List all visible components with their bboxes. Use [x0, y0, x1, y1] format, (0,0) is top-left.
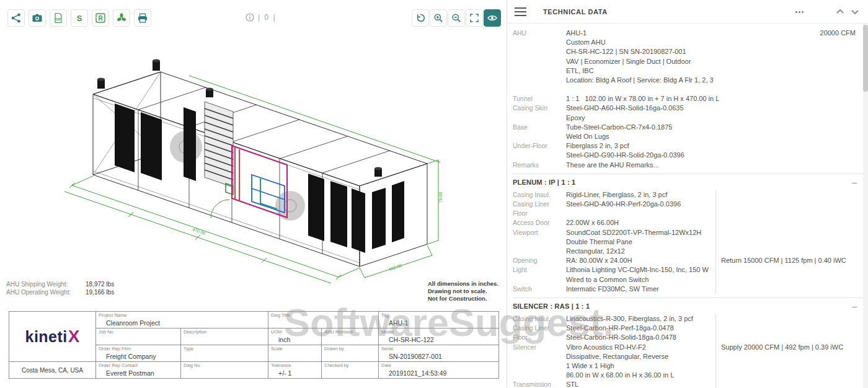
- row-values: Steel-Carbon-HR-Perf-18ga-0.0478: [566, 324, 715, 333]
- value-line: Steel-GHD-A90-HR-Perf-20ga-0.0396: [566, 200, 715, 209]
- data-row: SilencerVibro Acoustics RD-HV-F2Dissipat…: [513, 343, 863, 381]
- print-icon: [137, 12, 148, 24]
- cell-value: Everett Postman: [99, 369, 178, 377]
- value-line: AHU-1: [566, 29, 820, 38]
- row-label: Casing Insul.: [513, 190, 566, 200]
- company-address: Costa Mesa, CA, USA: [9, 362, 96, 379]
- row-values: 1 : 1 102.00 in W x 78.00 in + 7 in H x …: [566, 94, 863, 104]
- titleblock-cell: UOMinch: [268, 328, 322, 345]
- cell-value: AHU-1: [381, 319, 496, 327]
- shipping-weight-label: AHU Shipping Weight:: [6, 280, 86, 288]
- data-row: Under-FloorFiberglass 2 in, 3 pcfSteel-G…: [513, 141, 863, 160]
- technical-data-header: TECHNICAL DATA: [507, 0, 868, 24]
- titleblock-grid: kinetiXCosta Mesa, CA, USAProject NameCl…: [9, 311, 499, 379]
- technical-data-panel: TECHNICAL DATA AHUAHU-1Custom AHUCH-SR-H…: [507, 0, 868, 388]
- data-row: RemarksThese are the AHU Remarks...: [513, 161, 863, 170]
- row-label: Floor: [513, 209, 566, 218]
- r-tool-icon: R: [95, 12, 106, 24]
- value-line: ETL, IBC: [566, 66, 820, 76]
- row-right-value: [715, 265, 863, 284]
- row-values: Steel-Carbon-HR-Solid-18ga-0.0478: [566, 333, 715, 342]
- scrollbar-track[interactable]: [863, 24, 868, 388]
- screenshot-button[interactable]: [29, 9, 46, 27]
- row-right-value: [715, 190, 863, 200]
- share-button[interactable]: [7, 9, 25, 27]
- data-row: Casing LinerSteel-GHD-A90-HR-Perf-20ga-0…: [513, 200, 863, 209]
- value-line: 1 : 1 102.00 in W x 78.00 in + 7 in H x …: [566, 94, 863, 104]
- fullscreen-button[interactable]: [466, 9, 483, 27]
- drawing-notes: All dimensions in inches. Drawing not to…: [428, 280, 498, 302]
- row-label: Casing Skin: [513, 104, 566, 122]
- ahu-isometric-drawing[interactable]: 470.00 102.00 78.00: [0, 32, 507, 291]
- value-line: Dissipative, Rectangular, Reverse: [566, 352, 715, 361]
- titleblock-cell: Drawn by: [322, 345, 379, 362]
- titleblock-cell: Dwg Title: [268, 312, 379, 328]
- note-line: Drawing not to scale.: [428, 288, 498, 295]
- info-icon: [246, 13, 254, 22]
- titleblock-cell: ModelCH-SR-HC-122: [379, 328, 499, 345]
- cell-label: AHU Revision: [324, 330, 376, 335]
- value-line: These are the AHU Remarks...: [566, 161, 863, 170]
- data-row: FloorSteel-Carbon-HR-Solid-18ga-0.0478: [513, 333, 863, 342]
- titleblock-cell: Checked by: [322, 362, 379, 379]
- company-logo: kinetiX: [9, 312, 96, 362]
- print-button[interactable]: [134, 9, 151, 27]
- value-line: CH-SR-HC-122 | SN SN-20190827-001: [566, 47, 820, 56]
- scrollbar-thumb[interactable]: [863, 25, 868, 92]
- section-group: AHUAHU-1Custom AHUCH-SR-HC-122 | SN SN-2…: [513, 29, 863, 170]
- cell-label: Order Rep Firm: [99, 346, 178, 351]
- value-line: Steel-GHD-A60-HR-Solid-16ga-0.0635: [566, 104, 863, 113]
- zoom-out-icon: [451, 12, 462, 24]
- row-label: Remarks: [513, 161, 566, 170]
- collapse-section-button[interactable]: –: [852, 303, 857, 309]
- data-row: AHUAHU-1Custom AHUCH-SR-HC-122 | SN SN-2…: [513, 29, 863, 85]
- row-right-value: [715, 209, 863, 218]
- counter-text: | 0 |: [258, 13, 277, 22]
- value-line: 22.00W x 66.00H: [566, 218, 715, 227]
- undo-button[interactable]: [412, 9, 429, 27]
- view-button[interactable]: [484, 9, 501, 27]
- cell-label: Checked by: [324, 363, 376, 368]
- app-window: DXF S R: [0, 0, 868, 388]
- data-row: ViewportSoundCoat SD2200T-VP-Thermal-12W…: [513, 228, 863, 257]
- row-label: Light: [513, 265, 566, 284]
- row-label: Tunnel: [513, 94, 566, 104]
- fullscreen-icon: [469, 12, 480, 24]
- row-right-value: [715, 314, 863, 324]
- section-title: SILENCER : RAS | 1 : 1: [513, 302, 590, 310]
- cell-label: UOM: [271, 330, 319, 335]
- row-values: Fiberglass 2 in, 3 pcfSteel-GHD-G90-HR-S…: [566, 141, 863, 160]
- dim-length-label: 470.00: [192, 227, 206, 236]
- fan-button[interactable]: [113, 9, 130, 27]
- value-line: Location: Bldg A Roof | Service: Bldg A …: [566, 76, 820, 85]
- info-counter[interactable]: | 0 |: [246, 13, 277, 22]
- operating-weight-value: 19,166 lbs: [86, 288, 114, 296]
- value-line: Intermatic FD30MC, SW Timer: [566, 284, 715, 294]
- zoom-in-button[interactable]: [430, 9, 447, 27]
- data-row: Floor: [513, 209, 863, 218]
- s-tool-button[interactable]: S: [71, 9, 88, 27]
- row-right-value: Return 15000 CFM | 1125 fpm | 0.40 iWC: [715, 256, 863, 265]
- row-right-value: [715, 324, 863, 333]
- collapse-all-icon[interactable]: [835, 7, 846, 17]
- value-line: Rigid-Liner, Fiberglass, 2 in, 3 pcf: [566, 190, 715, 200]
- cell-value: Freight Company: [99, 353, 178, 360]
- collapse-section-button[interactable]: –: [852, 179, 857, 185]
- row-label: Floor: [513, 333, 566, 342]
- value-line: Custom AHU: [566, 38, 820, 47]
- titleblock-cell: Scale: [268, 345, 322, 362]
- row-values: RA: 80.00W x 24.00H: [566, 256, 715, 265]
- dxf-export-button[interactable]: DXF: [50, 9, 67, 27]
- more-icon[interactable]: [792, 7, 806, 16]
- zoom-out-button[interactable]: [448, 9, 465, 27]
- row-label: Viewport: [513, 228, 566, 257]
- expand-all-icon[interactable]: [849, 7, 861, 17]
- menu-icon[interactable]: [515, 7, 528, 17]
- row-right-value: [715, 218, 863, 227]
- r-tool-button[interactable]: R: [92, 9, 109, 27]
- operating-weight-row: AHU Operating Weight: 19,166 lbs: [6, 288, 114, 296]
- row-label: Casing Insul.: [513, 314, 566, 324]
- row-values: Intermatic FD30MC, SW Timer: [566, 284, 715, 294]
- value-line: Fiberglass 2 in, 3 pcf: [566, 141, 863, 151]
- row-label: Casing Liner: [513, 200, 566, 209]
